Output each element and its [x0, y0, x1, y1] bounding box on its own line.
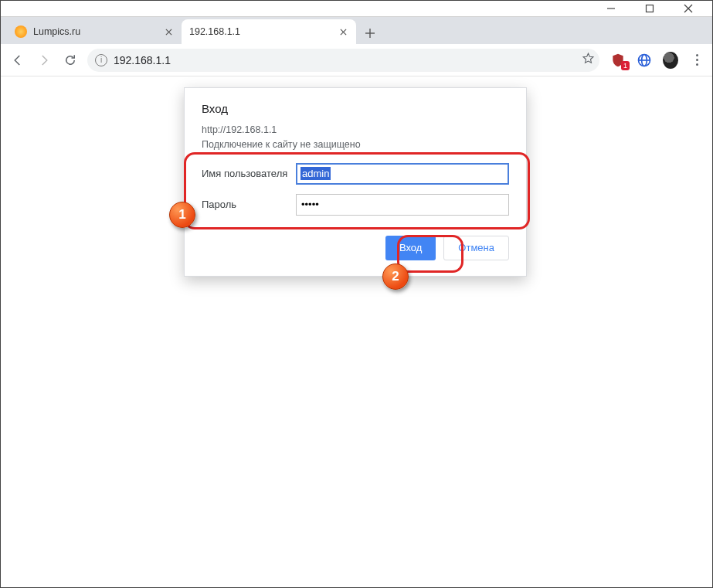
minimize-icon: [606, 4, 616, 13]
dialog-subtitle: http://192.168.1.1 Подключение к сайту н…: [202, 123, 509, 152]
password-input[interactable]: [296, 194, 509, 216]
plus-icon: [365, 28, 375, 39]
http-auth-dialog: Вход http://192.168.1.1 Подключение к са…: [184, 87, 527, 277]
tab-close-button[interactable]: [338, 26, 348, 37]
tab-title: 192.168.1.1: [189, 26, 338, 37]
username-label: Имя пользователя: [202, 168, 296, 179]
tab-lumpics[interactable]: Lumpics.ru: [7, 19, 182, 44]
url-text: 192.168.1.1: [114, 54, 575, 66]
username-input[interactable]: admin: [296, 163, 509, 185]
forward-button[interactable]: [35, 51, 53, 70]
bookmark-button[interactable]: [582, 52, 595, 68]
close-icon: [165, 29, 172, 36]
dialog-title: Вход: [202, 102, 509, 115]
dialog-origin: http://192.168.1.1: [202, 123, 509, 138]
close-icon: [340, 29, 347, 36]
window-close-button[interactable]: [669, 0, 708, 19]
favicon-icon: [15, 25, 27, 38]
back-button[interactable]: [8, 51, 27, 70]
dialog-warning: Подключение к сайту не защищено: [202, 138, 509, 152]
reload-button[interactable]: [61, 51, 80, 70]
star-icon: [582, 52, 595, 65]
kebab-icon: [690, 54, 704, 66]
browser-menu-button[interactable]: [689, 53, 705, 68]
dialog-buttons: Вход Отмена: [202, 236, 509, 260]
extension-button-2[interactable]: [637, 53, 652, 68]
extension-badge: 1: [621, 61, 630, 70]
username-row: Имя пользователя admin: [202, 163, 509, 185]
close-icon: [684, 4, 693, 13]
arrow-left-icon: [11, 53, 25, 67]
window-titlebar: [1, 1, 712, 16]
profile-avatar[interactable]: [663, 53, 678, 68]
maximize-icon: [645, 4, 654, 13]
window-maximize-button[interactable]: [630, 0, 669, 19]
address-bar[interactable]: i 192.168.1.1: [87, 49, 599, 72]
password-label: Пароль: [202, 199, 296, 210]
tab-close-button[interactable]: [163, 26, 174, 37]
tab-router[interactable]: 192.168.1.1: [182, 19, 356, 44]
tab-title: Lumpics.ru: [33, 26, 163, 37]
arrow-right-icon: [37, 53, 51, 67]
username-value: admin: [300, 167, 331, 180]
tab-strip: Lumpics.ru 192.168.1.1: [1, 16, 712, 44]
site-info-icon[interactable]: i: [95, 54, 107, 66]
reload-icon: [63, 53, 77, 67]
browser-toolbar: i 192.168.1.1 1: [1, 44, 712, 76]
window-minimize-button[interactable]: [592, 0, 630, 19]
extension-button-1[interactable]: 1: [610, 53, 626, 68]
globe-icon: [637, 53, 652, 68]
cancel-button[interactable]: Отмена: [443, 236, 509, 260]
password-row: Пароль: [202, 194, 509, 216]
login-button[interactable]: Вход: [385, 236, 436, 260]
avatar-icon: [663, 52, 678, 69]
extension-icons: 1: [610, 53, 705, 68]
svg-rect-1: [647, 5, 654, 12]
new-tab-button[interactable]: [359, 22, 381, 44]
